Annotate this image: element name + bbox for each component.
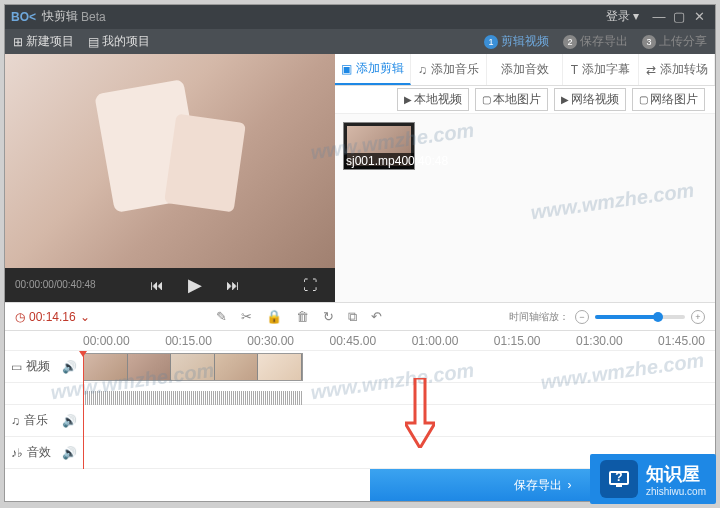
- video-preview[interactable]: [5, 54, 335, 267]
- minimize-button[interactable]: —: [649, 9, 669, 24]
- music-mute-button[interactable]: 🔊: [62, 414, 77, 428]
- brand-en: zhishiwu.com: [646, 486, 706, 497]
- fullscreen-button[interactable]: ⛶: [295, 277, 325, 293]
- beta-label: Beta: [81, 10, 106, 24]
- tab-music[interactable]: ♫添加音乐: [411, 54, 487, 85]
- brand-cn: 知识屋: [646, 462, 706, 486]
- player-controls: 00:00:00/00:40:48 ⏮ ▶ ⏭ ⛶: [5, 268, 335, 302]
- svg-text:?: ?: [615, 470, 622, 484]
- clip-thumbnail[interactable]: sj001.mp400:40:48: [343, 122, 415, 170]
- close-button[interactable]: ✕: [689, 9, 709, 24]
- video-player: 00:00:00/00:40:48 ⏮ ▶ ⏭ ⛶: [5, 54, 335, 301]
- text-icon: T: [571, 63, 578, 77]
- edit-toolbar: ◷ 00:14.16 ⌄ ✎ ✂ 🔒 🗑 ↻ ⧉ ↶ 时间轴缩放： − +: [5, 302, 715, 332]
- step-export[interactable]: 2保存导出: [563, 33, 628, 50]
- tab-sfx[interactable]: 添加音效: [487, 54, 563, 85]
- folder-icon: ▤: [88, 35, 99, 49]
- new-project-button[interactable]: ⊞新建项目: [13, 33, 74, 50]
- clip-name: sj001.mp4: [346, 154, 401, 168]
- sfx-track-icon: ♪♭: [11, 446, 23, 460]
- my-projects-button[interactable]: ▤我的项目: [88, 33, 150, 50]
- video-mute-button[interactable]: 🔊: [62, 360, 77, 374]
- video-track: ▭视频🔊: [5, 351, 715, 383]
- timeline-timecode: 00:14.16: [29, 310, 76, 324]
- net-image-button[interactable]: ▢网络图片: [632, 88, 705, 111]
- timeline: 00:00.00 00:15.00 00:30.00 00:45.00 01:0…: [5, 331, 715, 469]
- chevron-right-icon: ›: [568, 478, 572, 492]
- tab-clip[interactable]: ▣添加剪辑: [335, 54, 411, 85]
- step-upload[interactable]: 3上传分享: [642, 33, 707, 50]
- tab-transition[interactable]: ⇄添加转场: [639, 54, 715, 85]
- zoom-out-button[interactable]: −: [575, 310, 589, 324]
- login-link[interactable]: 登录 ▾: [606, 8, 639, 25]
- next-button[interactable]: ⏭: [218, 277, 248, 293]
- prev-button[interactable]: ⏮: [142, 277, 172, 293]
- trash-icon[interactable]: 🗑: [289, 309, 316, 324]
- clip-duration: 00:40:48: [401, 154, 448, 168]
- clock-icon: ◷: [15, 310, 25, 324]
- copy-icon[interactable]: ⧉: [341, 309, 364, 325]
- source-buttons: ▶本地视频 ▢本地图片 ▶网络视频 ▢网络图片: [335, 86, 715, 114]
- titlebar: BO< 快剪辑 Beta 登录 ▾ — ▢ ✕: [5, 5, 715, 29]
- zoom-in-button[interactable]: +: [691, 310, 705, 324]
- film-icon: ▣: [341, 62, 352, 76]
- music-track-icon: ♫: [11, 414, 20, 428]
- clip-bin: sj001.mp400:40:48: [335, 114, 715, 301]
- music-icon: ♫: [418, 63, 427, 77]
- undo-icon[interactable]: ↶: [364, 309, 389, 324]
- refresh-icon[interactable]: ↻: [316, 309, 341, 324]
- app-name: 快剪辑: [42, 8, 78, 25]
- pencil-icon[interactable]: ✎: [209, 309, 234, 324]
- brand-icon: ?: [600, 460, 638, 498]
- play-button[interactable]: ▶: [180, 274, 210, 296]
- local-image-button[interactable]: ▢本地图片: [475, 88, 548, 111]
- menubar: ⊞新建项目 ▤我的项目 1剪辑视频 2保存导出 3上传分享: [5, 29, 715, 55]
- playhead[interactable]: [83, 351, 84, 469]
- tab-subtitle[interactable]: T添加字幕: [563, 54, 639, 85]
- zoom-label: 时间轴缩放：: [509, 310, 569, 324]
- maximize-button[interactable]: ▢: [669, 9, 689, 24]
- plus-icon: ⊞: [13, 35, 23, 49]
- net-video-button[interactable]: ▶网络视频: [554, 88, 626, 111]
- app-logo: BO<: [11, 10, 36, 24]
- player-timecode: 00:00:00/00:40:48: [15, 279, 96, 290]
- asset-tabs: ▣添加剪辑 ♫添加音乐 添加音效 T添加字幕 ⇄添加转场: [335, 54, 715, 86]
- brand-badge: ? 知识屋zhishiwu.com: [590, 454, 716, 504]
- video-track-icon: ▭: [11, 360, 22, 374]
- music-track: ♫音乐🔊: [5, 405, 715, 437]
- audio-waveform[interactable]: [83, 391, 303, 405]
- chevron-down-icon[interactable]: ⌄: [80, 310, 90, 324]
- zoom-slider[interactable]: [595, 315, 685, 319]
- audio-waveform-track: [5, 383, 715, 405]
- svg-rect-1: [616, 484, 622, 487]
- local-video-button[interactable]: ▶本地视频: [397, 88, 469, 111]
- step-edit[interactable]: 1剪辑视频: [484, 33, 549, 50]
- sfx-mute-button[interactable]: 🔊: [62, 446, 77, 460]
- scissors-icon[interactable]: ✂: [234, 309, 259, 324]
- timeline-ruler[interactable]: 00:00.00 00:15.00 00:30.00 00:45.00 01:0…: [5, 331, 715, 351]
- timeline-clip[interactable]: [83, 353, 303, 381]
- transition-icon: ⇄: [646, 63, 656, 77]
- lock-icon[interactable]: 🔒: [259, 309, 289, 324]
